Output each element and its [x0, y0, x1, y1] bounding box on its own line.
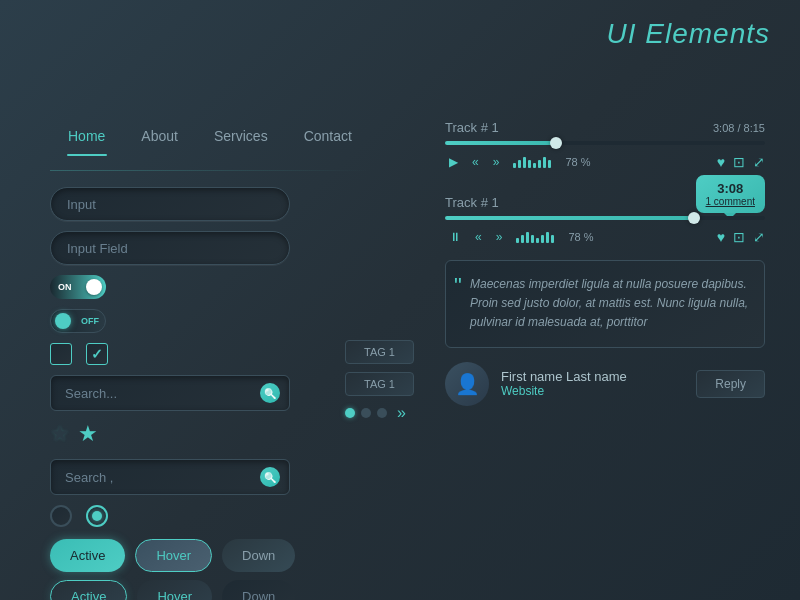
author-name: First name Last name	[501, 369, 627, 384]
page-dot-3[interactable]	[377, 408, 387, 418]
toggle-on-label: ON	[58, 282, 72, 292]
controls-row: ON	[50, 275, 370, 299]
right-panel: Track # 1 3:08 / 8:15 ▶ « »	[445, 120, 765, 406]
btn-down-2[interactable]: Down	[222, 580, 295, 600]
checkbox-row	[50, 343, 370, 365]
author-website[interactable]: Website	[501, 384, 627, 398]
search-icon-1[interactable]	[260, 383, 280, 403]
star-2[interactable]: ★	[78, 421, 98, 447]
volume-bar-1	[513, 157, 551, 168]
heart-icon-1[interactable]: ♥	[717, 154, 725, 170]
reply-button[interactable]: Reply	[696, 370, 765, 398]
nav-item-services[interactable]: Services	[196, 120, 286, 152]
search-input-1[interactable]	[50, 375, 290, 411]
controls-row-2: OFF	[50, 309, 370, 333]
expand-icon-1[interactable]: ⤢	[753, 154, 765, 170]
track-1-controls: ▶ « » 78 % ♥ ⊡ ⤢	[445, 153, 765, 171]
pause-btn-2[interactable]: ⏸	[445, 228, 465, 246]
player-actions-2: ♥ ⊡ ⤢	[717, 229, 765, 245]
vol2-3	[526, 232, 529, 243]
track-2-controls: ⏸ « » 78 % ♥ ⊡ ⤢	[445, 228, 765, 246]
track-1-time: 3:08 / 8:15	[713, 122, 765, 134]
page-dot-2[interactable]	[361, 408, 371, 418]
nav-divider	[50, 170, 370, 171]
comment-bubble: 3:08 1 comment	[696, 175, 765, 213]
track-1-container: Track # 1 3:08 / 8:15 ▶ « »	[445, 120, 765, 171]
track-2-pct: 78 %	[568, 231, 593, 243]
buttons-row-1: Active Hover Down	[50, 539, 370, 572]
vol2-7	[546, 232, 549, 243]
prev-btn-2[interactable]: «	[471, 228, 486, 246]
nav-item-home[interactable]: Home	[50, 120, 123, 152]
radio-row	[50, 505, 370, 527]
checkbox-empty[interactable]	[50, 343, 72, 365]
vol-8	[548, 160, 551, 168]
track-1-progress-fill	[445, 141, 557, 145]
vol-7	[543, 157, 546, 168]
search-wrap-1	[50, 375, 290, 411]
radio-filled[interactable]	[86, 505, 108, 527]
toggle-off-label: OFF	[81, 316, 99, 326]
comment-link[interactable]: 1 comment	[706, 196, 755, 207]
search-icon-2[interactable]	[260, 467, 280, 487]
page-next-icon[interactable]: »	[397, 404, 406, 422]
track-2-progress-bar[interactable]	[445, 216, 765, 220]
track-1-progress-bar[interactable]	[445, 141, 765, 145]
vol-4	[528, 160, 531, 168]
toggle-on-knob	[86, 279, 102, 295]
expand-icon-2[interactable]: ⤢	[753, 229, 765, 245]
btn-down-1[interactable]: Down	[222, 539, 295, 572]
next-btn-2[interactable]: »	[492, 228, 507, 246]
toggle-off[interactable]: OFF	[50, 309, 106, 333]
vol-1	[513, 163, 516, 168]
track-1-label: Track # 1	[445, 120, 499, 135]
tag-1[interactable]: TAG 1	[345, 340, 414, 364]
buttons-row-2: Active Hover Down	[50, 580, 370, 600]
prev-btn-1[interactable]: «	[468, 153, 483, 171]
btn-hover-1[interactable]: Hover	[135, 539, 212, 572]
nav-item-contact[interactable]: Contact	[286, 120, 370, 152]
vol2-6	[541, 235, 544, 243]
quote-text: Maecenas imperdiet ligula at nulla posue…	[470, 275, 750, 333]
vol-6	[538, 160, 541, 168]
vol-5	[533, 163, 536, 168]
navigation: Home About Services Contact	[50, 120, 370, 152]
nav-item-about[interactable]: About	[123, 120, 196, 152]
vol2-5	[536, 238, 539, 243]
btn-active-1[interactable]: Active	[50, 539, 125, 572]
star-row: ★ ★	[50, 421, 370, 447]
btn-active-2[interactable]: Active	[50, 580, 127, 600]
toggle-on[interactable]: ON	[50, 275, 106, 299]
share-icon-1[interactable]: ⊡	[733, 154, 745, 170]
input-field-2[interactable]	[50, 231, 290, 265]
vol2-4	[531, 235, 534, 243]
vol2-2	[521, 235, 524, 243]
vol-3	[523, 157, 526, 168]
tags-column: TAG 1 TAG 1 »	[345, 340, 414, 422]
input-field[interactable]	[50, 187, 290, 221]
vol2-1	[516, 238, 519, 243]
radio-empty[interactable]	[50, 505, 72, 527]
track-2-progress-fill	[445, 216, 695, 220]
toggle-off-knob	[55, 313, 71, 329]
heart-icon-2[interactable]: ♥	[717, 229, 725, 245]
search-wrap-2	[50, 459, 290, 495]
page: UI Elements Home About Services Contact …	[0, 0, 800, 600]
btn-hover-2[interactable]: Hover	[137, 580, 212, 600]
tag-2[interactable]: TAG 1	[345, 372, 414, 396]
star-1[interactable]: ★	[50, 421, 70, 447]
left-panel: Home About Services Contact ON OFF	[50, 120, 370, 600]
next-btn-1[interactable]: »	[489, 153, 504, 171]
page-dot-1[interactable]	[345, 408, 355, 418]
play-btn-1[interactable]: ▶	[445, 153, 462, 171]
search-input-2[interactable]	[50, 459, 290, 495]
quote-block: " Maecenas imperdiet ligula at nulla pos…	[445, 260, 765, 348]
vol2-8	[551, 235, 554, 243]
volume-bar-2	[516, 232, 554, 243]
share-icon-2[interactable]: ⊡	[733, 229, 745, 245]
avatar: 👤	[445, 362, 489, 406]
track-1-pct: 78 %	[565, 156, 590, 168]
player-actions-1: ♥ ⊡ ⤢	[717, 154, 765, 170]
checkbox-checked[interactable]	[86, 343, 108, 365]
comment-time: 3:08	[706, 181, 755, 196]
